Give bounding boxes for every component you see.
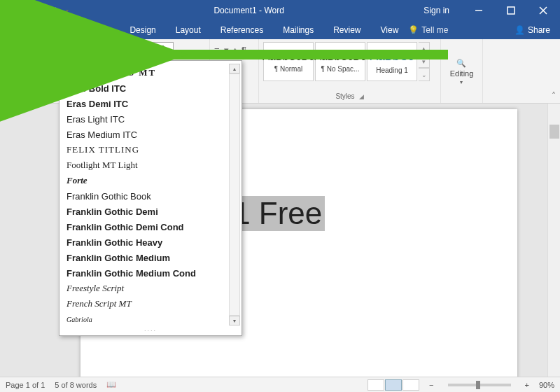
font-option[interactable]: Forte — [66, 173, 239, 188]
tab-mailings[interactable]: Mailings — [273, 21, 323, 39]
style-no-spacing[interactable]: AaBbCcDc¶ No Spac... — [315, 42, 365, 81]
minimize-button[interactable] — [465, 0, 493, 21]
tab-design[interactable]: Design — [120, 21, 165, 39]
font-option[interactable]: Freestyle Script — [66, 281, 239, 296]
font-option[interactable]: Gabriola — [66, 312, 239, 327]
group-clipboard: Paste ▾ ✂ ⧉ 🖌 Clipboard◢ — [0, 39, 42, 103]
sign-in-link[interactable]: Sign in — [424, 6, 449, 15]
font-option[interactable]: Eras Demi ITC — [66, 96, 239, 111]
scroll-up-icon[interactable]: ▴ — [229, 64, 240, 74]
dialog-launcher-icon[interactable]: ◢ — [35, 93, 40, 100]
zoom-out-button[interactable]: − — [429, 381, 433, 389]
collapse-ribbon-icon[interactable]: ˄ — [552, 91, 556, 101]
print-layout-button[interactable] — [385, 379, 402, 391]
tab-layout[interactable]: Layout — [166, 21, 211, 39]
save-icon[interactable] — [6, 5, 15, 17]
font-option[interactable]: French Script MT — [66, 296, 239, 312]
page-status[interactable]: Page 1 of 1 — [6, 381, 45, 389]
font-dropdown[interactable]: ENGRAVERS MTEras Bold ITCEras Demi ITCEr… — [59, 60, 242, 336]
copy-icon[interactable]: ⧉ — [24, 55, 34, 65]
scroll-down-icon[interactable]: ▾ — [229, 316, 240, 326]
resize-grip-icon[interactable]: ···· — [144, 327, 157, 334]
close-button[interactable] — [529, 0, 557, 21]
share-button[interactable]: 👤Share — [505, 21, 560, 39]
zoom-thumb[interactable] — [476, 381, 480, 389]
tab-insert[interactable]: Insert — [79, 21, 120, 39]
zoom-in-button[interactable]: + — [525, 381, 529, 389]
font-option[interactable]: Eras Bold ITC — [66, 80, 239, 96]
styles-scroll[interactable]: ▴▾⌄ — [419, 42, 430, 81]
read-mode-button[interactable] — [368, 379, 384, 391]
font-size-combo[interactable]: 48 — [153, 42, 174, 56]
font-option[interactable]: Franklin Gothic Heavy — [66, 234, 239, 250]
tab-review[interactable]: Review — [323, 21, 370, 39]
line-spacing-icon[interactable]: ↕ — [233, 45, 238, 55]
group-styles: AaBbCcDc¶ Normal AaBbCcDc¶ No Spac... Aa… — [259, 39, 441, 103]
svg-rect-2 — [507, 7, 514, 14]
chevron-down-icon: ▾ — [12, 74, 15, 80]
bulb-icon: 💡 — [408, 25, 419, 35]
font-name-combo[interactable] — [46, 42, 137, 56]
font-option[interactable]: ENGRAVERS MT — [66, 65, 239, 80]
bullets-icon[interactable]: ≡ — [214, 45, 220, 55]
spellcheck-icon[interactable]: 📖 — [106, 380, 116, 389]
font-option[interactable]: Franklin Gothic Demi Cond — [66, 219, 239, 234]
tab-references[interactable]: References — [211, 21, 273, 39]
qat-customize-icon[interactable]: ▾ — [66, 8, 69, 14]
cut-icon[interactable]: ✂ — [24, 43, 34, 53]
redo-icon[interactable] — [49, 5, 59, 17]
font-option[interactable]: FELIX TITLING — [66, 142, 239, 158]
vertical-scrollbar[interactable] — [547, 104, 560, 377]
font-option[interactable]: Footlight MT Light — [66, 158, 239, 173]
scrollbar-thumb[interactable] — [550, 125, 559, 139]
tab-view[interactable]: View — [371, 21, 409, 39]
web-layout-button[interactable] — [402, 379, 419, 391]
font-name-dropdown-button[interactable]: ▾ — [139, 42, 150, 56]
font-option[interactable]: Franklin Gothic Medium — [66, 250, 239, 265]
paste-button[interactable]: Paste ▾ — [4, 42, 22, 80]
find-icon: 🔍 — [456, 59, 466, 68]
dropdown-scrollbar[interactable]: ▴ ▾ — [229, 64, 240, 326]
svg-rect-0 — [8, 6, 12, 8]
group-editing: 🔍 Editing ▾ — [441, 39, 483, 103]
word-count[interactable]: 5 of 8 words — [55, 381, 97, 389]
font-option[interactable]: Eras Medium ITC — [66, 127, 239, 142]
format-painter-icon[interactable]: 🖌 — [24, 67, 34, 77]
editing-button[interactable]: 🔍 Editing ▾ — [450, 59, 474, 85]
paste-icon — [4, 42, 22, 63]
style-normal[interactable]: AaBbCcDc¶ Normal — [263, 42, 314, 81]
zoom-level[interactable]: 90% — [539, 381, 554, 389]
show-marks-icon[interactable]: ¶ — [241, 45, 246, 55]
share-icon: 👤 — [514, 25, 525, 35]
tab-home[interactable]: Home — [37, 21, 79, 39]
zoom-slider[interactable] — [448, 384, 511, 386]
style-heading1[interactable]: AaBbCcHeading 1 — [367, 42, 417, 81]
font-option[interactable]: Franklin Gothic Book — [66, 188, 239, 204]
font-option[interactable]: Franklin Gothic Medium Cond — [66, 265, 239, 281]
tell-me[interactable]: 💡Tell me — [408, 21, 448, 39]
undo-more-icon[interactable]: ▾ — [39, 8, 42, 14]
tab-file[interactable]: File — [4, 21, 37, 39]
font-option[interactable]: Eras Light ITC — [66, 111, 239, 127]
maximize-button[interactable] — [497, 0, 525, 21]
undo-icon[interactable] — [22, 5, 32, 17]
document-title: Document1 - Word — [74, 6, 424, 15]
font-option[interactable]: Franklin Gothic Demi — [66, 204, 239, 219]
dialog-launcher-icon[interactable]: ◢ — [359, 93, 364, 100]
